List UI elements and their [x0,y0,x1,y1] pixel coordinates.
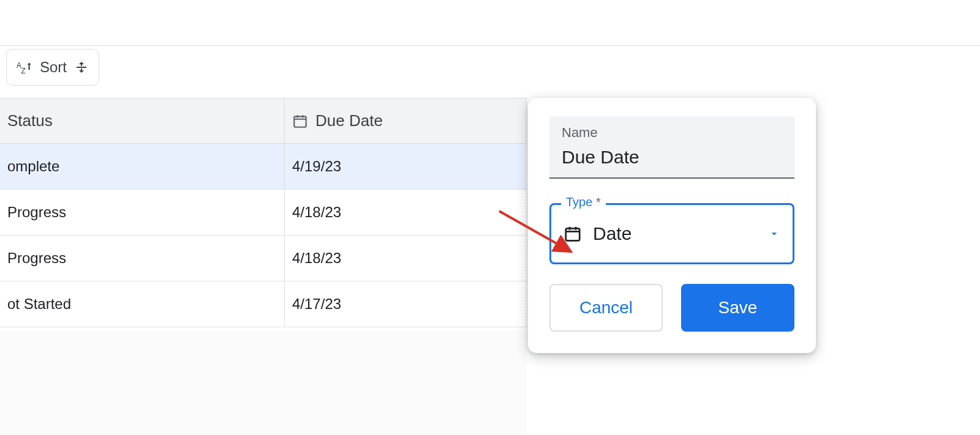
cancel-button[interactable]: Cancel [549,284,663,332]
cell-due-date: 4/17/23 [285,281,527,327]
due-date-value: 4/17/23 [292,296,341,313]
calendar-icon [292,113,308,129]
save-button-label: Save [718,298,758,318]
cell-status: Progress [0,190,285,235]
type-select[interactable]: Type * Date [549,203,794,264]
cell-due-date: 4/19/23 [285,144,527,189]
cell-status: Progress [0,236,285,281]
column-header-due-date[interactable]: Due Date [285,99,527,143]
top-spacer [0,0,980,46]
sort-button[interactable]: A Z Sort [6,49,99,86]
status-value: omplete [7,158,59,175]
data-table: Status Due Date omplete 4/19/23 Progress… [0,98,527,327]
status-value: Progress [7,250,66,267]
compress-icon [74,60,89,75]
column-header-status[interactable]: Status [0,99,285,143]
due-date-value: 4/18/23 [292,204,341,221]
sort-label: Sort [40,59,67,76]
name-field[interactable]: Name Due Date [549,116,794,179]
svg-rect-3 [566,228,580,240]
cell-due-date: 4/18/23 [285,236,527,281]
due-date-value: 4/18/23 [292,250,341,267]
type-select-label: Type * [561,195,606,209]
cell-status: ot Started [0,281,285,327]
column-edit-popover: Name Due Date Type * Date Cancel Save [528,98,816,353]
due-date-header-label: Due Date [315,111,383,130]
name-field-label: Name [562,125,782,141]
table-header-row: Status Due Date [0,98,527,144]
name-field-value: Due Date [562,147,782,168]
calendar-icon [564,225,582,243]
status-header-label: Status [7,111,53,130]
table-background [0,330,527,435]
save-button[interactable]: Save [681,284,794,332]
svg-rect-2 [294,116,306,127]
cancel-button-label: Cancel [579,298,633,318]
sort-az-icon: A Z [17,59,32,75]
status-value: Progress [7,204,66,221]
table-row[interactable]: Progress 4/18/23 [0,236,527,281]
svg-text:Z: Z [21,67,26,75]
cell-status: omplete [0,144,285,189]
table-row[interactable]: ot Started 4/17/23 [0,281,527,327]
table-row[interactable]: Progress 4/18/23 [0,190,527,236]
cell-due-date: 4/18/23 [285,190,527,235]
status-value: ot Started [7,296,71,313]
table-row[interactable]: omplete 4/19/23 [0,144,527,190]
chevron-down-icon [768,228,780,240]
type-select-value: Date [593,223,757,244]
due-date-value: 4/19/23 [292,158,341,175]
